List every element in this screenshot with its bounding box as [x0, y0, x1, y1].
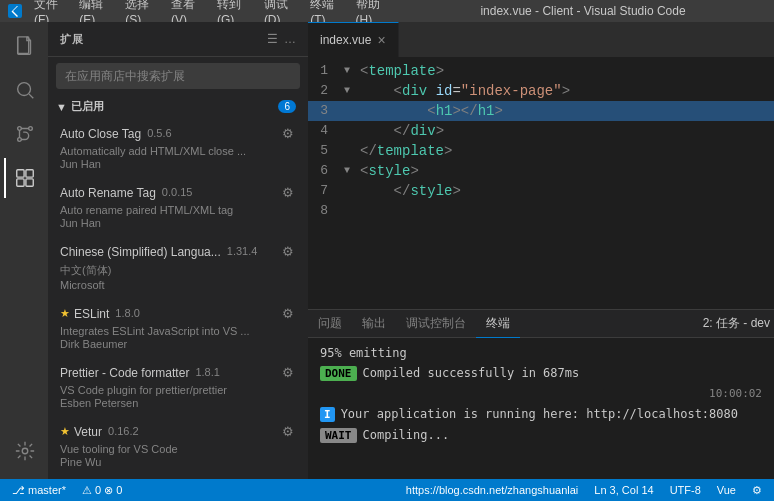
svg-point-4: [29, 127, 33, 131]
svg-point-3: [18, 127, 22, 131]
fold-icon[interactable]: [344, 121, 360, 141]
extension-item[interactable]: Auto Rename Tag 0.0.15 ⚙ Auto rename pai…: [48, 177, 308, 236]
sort-icon[interactable]: ☰: [267, 32, 278, 46]
line-number: 5: [308, 141, 344, 161]
panel-tab[interactable]: 终端: [476, 310, 520, 338]
status-right-item[interactable]: Ln 3, Col 14: [590, 484, 657, 496]
ext-version: 1.8.1: [195, 366, 219, 378]
status-right-item[interactable]: UTF-8: [666, 484, 705, 496]
code-editor[interactable]: 1 ▼ <template> 2 ▼ <div id="index-page">…: [308, 57, 774, 309]
status-bar: ⎇ master*⚠ 0 ⊗ 0 https://blog.csdn.net/z…: [0, 479, 774, 501]
menu-bar: 文件(F)编辑(E)选择(S)查看(V)转到(G)调试(D)终端(T)帮助(H): [28, 0, 394, 22]
ext-name: Chinese (Simplified) Langua...: [60, 245, 221, 259]
fold-icon[interactable]: [344, 201, 360, 221]
line-number: 1: [308, 61, 344, 81]
extension-item[interactable]: ★ ESLint 1.8.0 ⚙ Integrates ESLint JavaS…: [48, 298, 308, 357]
code-content: <div id="index-page">: [360, 81, 754, 101]
sidebar-header-icons: ☰ …: [267, 32, 296, 46]
sidebar: 扩展 ☰ … 在应用商店中搜索扩展 ▼ 已启用 6 Auto Close Tag…: [48, 22, 308, 479]
terminal-line: 10:00:02: [320, 385, 762, 403]
ext-version: 1.31.4: [227, 245, 258, 257]
ext-desc: Integrates ESLint JavaScript into VS ...: [60, 325, 270, 337]
panel-task-label: 2: 任务 - dev: [703, 315, 770, 332]
ext-author: Pine Wu: [60, 456, 296, 468]
enabled-section-header[interactable]: ▼ 已启用 6: [48, 95, 308, 118]
line-number: 7: [308, 181, 344, 201]
title-bar: 文件(F)编辑(E)选择(S)查看(V)转到(G)调试(D)终端(T)帮助(H)…: [0, 0, 774, 22]
ext-version: 0.5.6: [147, 127, 171, 139]
status-right-item[interactable]: Vue: [713, 484, 740, 496]
code-content: </div>: [360, 121, 754, 141]
status-right-item[interactable]: ⚙: [748, 484, 766, 497]
panel-tab[interactable]: 输出: [352, 310, 396, 338]
ext-author: Dirk Baeumer: [60, 338, 296, 350]
activity-extensions[interactable]: [4, 158, 44, 198]
status-left-item[interactable]: ⎇ master*: [8, 484, 70, 497]
ext-gear-icon[interactable]: ⚙: [280, 422, 296, 441]
panel-content: 95% emittingDONECompiled successfully in…: [308, 338, 774, 479]
ext-desc: VS Code plugin for prettier/prettier: [60, 384, 270, 396]
svg-point-10: [22, 448, 28, 454]
panel-tab[interactable]: 问题: [308, 310, 352, 338]
terminal-line: IYour application is running here: http:…: [320, 405, 762, 424]
line-number: 2: [308, 81, 344, 101]
ext-desc: Automatically add HTML/XML close ...: [60, 145, 270, 157]
menu-item[interactable]: 编辑(E): [73, 0, 117, 22]
code-line: 4 </div>: [308, 121, 774, 141]
extension-item[interactable]: Prettier - Code formatter 1.8.1 ⚙ VS Cod…: [48, 357, 308, 416]
activity-files[interactable]: [4, 26, 44, 66]
status-right-item[interactable]: https://blog.csdn.net/zhangshuanlai: [402, 484, 582, 496]
tab-index-vue[interactable]: index.vue ×: [308, 22, 399, 57]
activity-git[interactable]: [4, 114, 44, 154]
ext-gear-icon[interactable]: ⚙: [280, 183, 296, 202]
ext-desc: 中文(简体): [60, 263, 270, 278]
fold-icon[interactable]: ▼: [344, 161, 360, 181]
code-line: 5 </template>: [308, 141, 774, 161]
search-extensions-box[interactable]: 在应用商店中搜索扩展: [56, 63, 300, 89]
menu-item[interactable]: 调试(D): [258, 0, 302, 22]
svg-rect-6: [17, 170, 24, 177]
menu-item[interactable]: 选择(S): [119, 0, 163, 22]
status-left-item[interactable]: ⚠ 0 ⊗ 0: [78, 484, 126, 497]
fold-icon[interactable]: [344, 141, 360, 161]
ext-gear-icon[interactable]: ⚙: [280, 242, 296, 261]
tab-close-button[interactable]: ×: [377, 32, 385, 48]
star-icon: ★: [60, 307, 70, 320]
extensions-list: Auto Close Tag 0.5.6 ⚙ Automatically add…: [48, 118, 308, 479]
ext-version: 1.8.0: [115, 307, 139, 319]
more-icon[interactable]: …: [284, 32, 296, 46]
menu-item[interactable]: 帮助(H): [350, 0, 394, 22]
info-badge: I: [320, 407, 335, 422]
chevron-down-icon: ▼: [56, 101, 67, 113]
menu-item[interactable]: 查看(V): [165, 0, 209, 22]
ext-version: 0.0.15: [162, 186, 193, 198]
code-line: 3 <h1></h1>: [308, 101, 774, 121]
ext-author: Microsoft: [60, 279, 296, 291]
fold-icon[interactable]: [344, 101, 360, 121]
ext-author: Esben Petersen: [60, 397, 296, 409]
ext-gear-icon[interactable]: ⚙: [280, 363, 296, 382]
fold-icon[interactable]: ▼: [344, 61, 360, 81]
menu-item[interactable]: 转到(G): [211, 0, 256, 22]
menu-item[interactable]: 文件(F): [28, 0, 71, 22]
fold-icon[interactable]: ▼: [344, 81, 360, 101]
extension-item[interactable]: Chinese (Simplified) Langua... 1.31.4 ⚙ …: [48, 236, 308, 298]
ext-gear-icon[interactable]: ⚙: [280, 304, 296, 323]
extension-item[interactable]: ★ Vetur 0.16.2 ⚙ Vue tooling for VS Code…: [48, 416, 308, 475]
activity-search[interactable]: [4, 70, 44, 110]
sidebar-title: 扩展: [60, 32, 83, 47]
activity-debug[interactable]: [4, 431, 44, 471]
svg-rect-8: [17, 179, 24, 186]
menu-item[interactable]: 终端(T): [304, 0, 347, 22]
ext-name: Vetur: [74, 425, 102, 439]
ext-name: ESLint: [74, 307, 109, 321]
extension-item[interactable]: Auto Close Tag 0.5.6 ⚙ Automatically add…: [48, 118, 308, 177]
panel-tab-bar: 问题输出调试控制台终端 2: 任务 - dev: [308, 310, 774, 338]
ext-author: Jun Han: [60, 158, 296, 170]
panel-tab[interactable]: 调试控制台: [396, 310, 476, 338]
ext-desc: Vue tooling for VS Code: [60, 443, 270, 455]
ext-version: 0.16.2: [108, 425, 139, 437]
fold-icon[interactable]: [344, 181, 360, 201]
code-content: <style>: [360, 161, 754, 181]
ext-gear-icon[interactable]: ⚙: [280, 124, 296, 143]
